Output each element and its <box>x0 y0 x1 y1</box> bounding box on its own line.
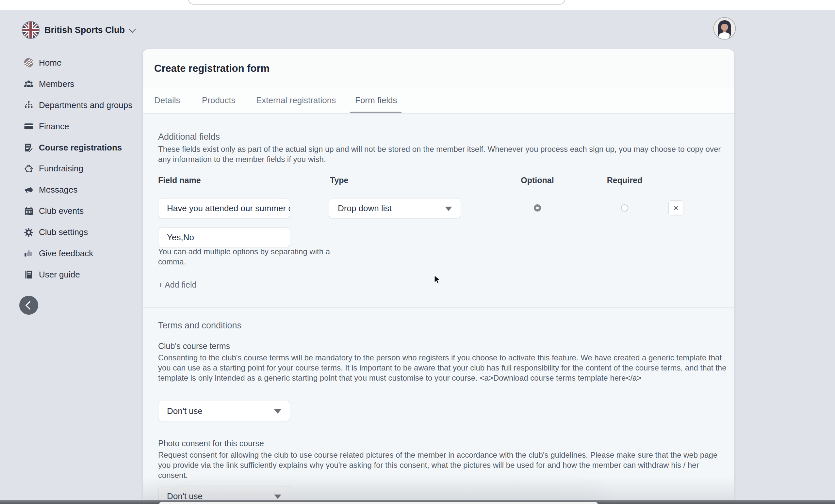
piggy-bank-icon <box>23 163 34 174</box>
tab-external-registrations[interactable]: External registrations <box>253 87 339 113</box>
browser-chrome-strip <box>0 0 835 10</box>
sidebar-item-club-settings[interactable]: Club settings <box>23 222 132 243</box>
photo-consent-label: Photo consent for this course <box>158 439 264 448</box>
photo-consent-description: Request consent for allowing the club to… <box>158 450 728 480</box>
field-type-selected-value: Drop down list <box>338 203 392 213</box>
spond-logo-icon <box>23 57 34 68</box>
sidebar-item-label: Home <box>39 58 61 68</box>
sidebar-item-give-feedback[interactable]: Give feedback <box>23 243 132 264</box>
union-jack-club-logo-icon <box>22 21 40 39</box>
column-header-field-name: Field name <box>158 175 201 185</box>
sidebar-collapse-button[interactable] <box>19 296 38 315</box>
bottom-sheet-peek <box>159 502 598 504</box>
sidebar-item-label: Finance <box>39 122 69 131</box>
sidebar-item-user-guide[interactable]: User guide <box>23 264 132 285</box>
user-avatar[interactable] <box>713 17 736 40</box>
additional-fields-heading: Additional fields <box>158 132 220 142</box>
caret-down-icon <box>445 207 452 211</box>
sidebar-item-course-registrations[interactable]: Course registrations <box>23 137 132 158</box>
sidebar-item-label: Messages <box>39 185 78 195</box>
sidebar-item-label: Departments and groups <box>39 100 132 110</box>
course-terms-select[interactable]: Don't use <box>158 401 290 421</box>
club-name: British Sports Club <box>44 25 125 35</box>
tab-form-fields[interactable]: Form fields <box>352 87 401 113</box>
chevron-left-icon <box>25 301 34 310</box>
column-header-required: Required <box>607 175 642 185</box>
section-divider <box>143 307 734 308</box>
active-tab-underline <box>350 112 402 113</box>
document-pencil-icon <box>23 142 34 153</box>
credit-card-icon <box>23 121 34 132</box>
required-radio[interactable] <box>621 204 628 211</box>
megaphone-icon <box>23 185 34 195</box>
tab-products[interactable]: Products <box>199 87 239 113</box>
tab-details[interactable]: Details <box>151 87 183 113</box>
column-header-type: Type <box>330 175 349 185</box>
members-icon <box>23 78 34 89</box>
additional-fields-description: These fields exist only as part of the a… <box>158 144 731 164</box>
sidebar-item-label: Club events <box>39 206 84 216</box>
calendar-icon <box>23 206 34 217</box>
club-switcher[interactable]: British Sports Club <box>22 21 134 39</box>
remove-field-button[interactable]: × <box>668 201 684 215</box>
sidebar-item-label: Club settings <box>39 227 88 237</box>
terms-heading: Terms and conditions <box>158 320 241 331</box>
avatar-image <box>713 17 736 40</box>
photo-consent-selected-value: Don't use <box>167 491 203 501</box>
options-help-text: You can add multiple options by separati… <box>158 247 334 267</box>
caret-down-icon <box>274 410 281 414</box>
course-terms-selected-value: Don't use <box>167 406 203 416</box>
org-chart-icon <box>23 100 34 111</box>
gear-icon <box>23 227 34 238</box>
sidebar-nav: Home Members Departments and groups <box>23 52 132 285</box>
close-icon: × <box>673 203 678 213</box>
sidebar-item-finance[interactable]: Finance <box>23 116 132 137</box>
sidebar-item-label: User guide <box>39 270 80 280</box>
sidebar-item-home[interactable]: Home <box>23 52 132 74</box>
sidebar-item-label: Course registrations <box>39 143 122 153</box>
sidebar-item-club-events[interactable]: Club events <box>23 201 132 222</box>
sidebar-item-label: Members <box>39 79 74 89</box>
sidebar-item-messages[interactable]: Messages <box>23 179 132 201</box>
course-terms-label: Club's course terms <box>158 341 230 351</box>
sidebar-item-label: Fundraising <box>39 164 83 174</box>
sidebar-item-fundraising[interactable]: Fundraising <box>23 158 132 179</box>
page-title: Create registration form <box>154 63 269 75</box>
field-name-input[interactable] <box>158 198 290 218</box>
thumbs-up-icon <box>23 248 34 259</box>
card-header: Create registration form <box>143 49 734 88</box>
sidebar-item-departments-and-groups[interactable]: Departments and groups <box>23 94 132 116</box>
app-root: British Sports Club <box>0 0 835 504</box>
browser-searchbar-bottom <box>188 0 565 4</box>
course-terms-description: Consenting to the club's course terms wi… <box>158 353 731 383</box>
options-input[interactable] <box>158 228 290 247</box>
sidebar-item-label: Give feedback <box>39 248 93 258</box>
create-registration-form-card: Create registration form Details Product… <box>143 49 734 504</box>
chevron-down-icon <box>129 25 136 33</box>
field-type-select[interactable]: Drop down list <box>329 198 461 218</box>
column-header-optional: Optional <box>521 175 554 185</box>
add-field-link[interactable]: + Add field <box>158 280 196 290</box>
caret-down-icon <box>274 495 281 499</box>
tab-bar: Details Products External registrations … <box>143 87 734 113</box>
book-icon <box>23 269 34 280</box>
sidebar-item-members[interactable]: Members <box>23 74 132 94</box>
optional-radio[interactable] <box>534 204 541 211</box>
column-header-divider <box>158 188 722 188</box>
